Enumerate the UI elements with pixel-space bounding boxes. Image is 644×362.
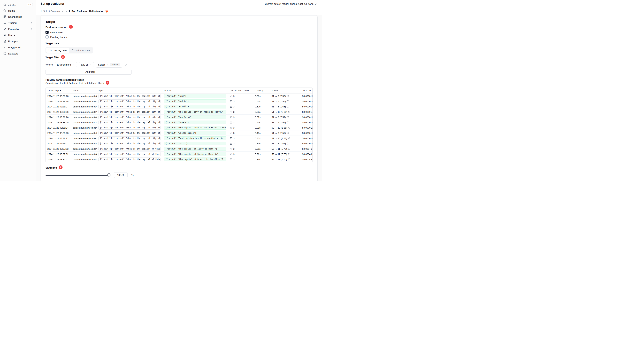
table-row[interactable]: 2024-11-22 03:38:28 dataset-run-item-cm3… — [46, 93, 313, 99]
sidebar-item-users[interactable]: Users — [2, 32, 34, 38]
observations-count: 3 — [233, 137, 234, 140]
observations-icon — [230, 111, 232, 113]
observations-icon — [230, 148, 232, 150]
table-row[interactable]: 2024-11-22 03:38:28 dataset-run-item-cm3… — [46, 99, 313, 104]
table-row[interactable]: 2024-11-22 03:38:25 dataset-run-item-cm3… — [46, 120, 313, 125]
output-preview: {"output":"South Africa has three capita… — [164, 136, 226, 140]
filter-operator-dropdown[interactable]: any of — [79, 62, 94, 67]
output-preview: {"output":"Madrid"} — [164, 99, 226, 103]
sidebar-item-dashboards[interactable]: Dashboards — [2, 14, 34, 20]
filter-column-dropdown[interactable]: Environment — [55, 62, 77, 67]
sidebar-item-evaluation[interactable]: Evaluation — [2, 26, 34, 32]
add-filter-button[interactable]: Add filter — [46, 69, 132, 75]
sampling-value-input[interactable] — [114, 172, 128, 178]
sidebar-item-playground[interactable]: Playground — [2, 44, 34, 50]
tokens-text: 59 → 11 (Σ 70) — [272, 153, 287, 155]
input-preview: {"input":[{"content":"What is the capita… — [98, 121, 161, 124]
cell-timestamp: 2024-11-22 03:38:28 — [46, 93, 71, 99]
table-row[interactable]: 2024-11-22 03:37:03 dataset-run-item-cm3… — [46, 146, 313, 152]
column-header-output[interactable]: Output — [162, 88, 228, 93]
target-data-tabs: Live tracing dataExperiment runs — [46, 47, 93, 53]
cell-observation-levels: 3 — [228, 93, 253, 99]
tokens-text: 52 → 35 (Σ 87) — [272, 137, 287, 140]
cell-input: {"input":[{"content":"What is the capita… — [97, 130, 162, 136]
column-header-name[interactable]: Name — [71, 88, 97, 93]
column-header-input[interactable]: Input — [97, 88, 162, 93]
info-icon — [288, 126, 290, 129]
table-row[interactable]: 2024-11-22 03:38:23 dataset-run-item-cm3… — [46, 130, 313, 136]
tokens-text: 51 → 5 (Σ 56) — [272, 105, 286, 108]
cell-latency: 0.83s — [253, 136, 270, 141]
cell-input: {"input":[{"content":"What is the capita… — [97, 136, 162, 141]
cell-observation-levels: 3 — [228, 115, 253, 120]
cell-name: dataset-run-item-cm3s4 — [71, 130, 97, 136]
slider-handle[interactable] — [107, 173, 111, 177]
observations-icon — [230, 137, 232, 140]
input-preview: {"input":[{"content":"What is the capita… — [98, 105, 161, 108]
tokens-text: 51 → 5 (Σ 56) — [272, 95, 286, 97]
tab-live-tracing-data[interactable]: Live tracing data — [46, 48, 69, 53]
info-icon — [287, 132, 289, 134]
column-header-total-cost[interactable]: Total Cost — [300, 88, 313, 93]
chevron-down-icon — [90, 63, 92, 66]
column-header-latency[interactable]: Latency — [253, 88, 270, 93]
step-badge-1: 1 — [69, 25, 73, 29]
checkbox[interactable] — [46, 35, 48, 38]
table-row[interactable]: 2024-11-22 03:38:26 dataset-run-item-cm3… — [46, 115, 313, 120]
evaluation-icon — [3, 27, 6, 30]
cell-input: {"input":[{"content":"What is the capita… — [97, 120, 162, 125]
tab-experiment-runs[interactable]: Experiment runs — [69, 48, 92, 53]
plus-icon — [82, 71, 84, 73]
column-header-timestamp[interactable]: Timestamp▼ — [46, 88, 71, 93]
observations-icon — [230, 121, 232, 124]
checkbox-new-traces[interactable]: New traces — [46, 31, 313, 34]
sidebar-item-tracing[interactable]: Tracing — [2, 20, 34, 26]
table-row[interactable]: 2024-11-22 03:38:26 dataset-run-item-cm3… — [46, 109, 313, 115]
cell-tokens: 51 → 6 (Σ 57) — [270, 130, 300, 136]
observations-count: 3 — [233, 121, 234, 124]
input-preview: {"input":[{"content":"What is the capita… — [98, 142, 161, 145]
table-row[interactable]: 2024-11-22 03:37:01 dataset-run-item-cm3… — [46, 157, 313, 162]
checkbox-existing-traces[interactable]: Existing traces — [46, 35, 313, 38]
cell-name: dataset-run-item-cm3s4 — [71, 157, 97, 162]
observations-count: 3 — [233, 142, 234, 145]
default-model-note: Current default model: openai / gpt-4.1-… — [265, 2, 318, 5]
step-badge-4: 4 — [59, 165, 62, 169]
remove-filter-button[interactable] — [124, 63, 128, 66]
observations-count: 3 — [233, 148, 234, 150]
checkbox[interactable] — [46, 31, 48, 34]
goto-shortcut: ⌘ K — [27, 3, 33, 6]
step-badge-3: 3 — [106, 81, 110, 85]
observations-icon — [230, 126, 232, 129]
sidebar-item-home[interactable]: Home — [2, 7, 34, 14]
column-header-observation-levels[interactable]: Observation Levels — [228, 88, 253, 93]
table-row[interactable]: 2024-11-22 03:38:27 dataset-run-item-cm3… — [46, 104, 313, 109]
column-header-tokens[interactable]: Tokens — [270, 88, 300, 93]
chevron-down-icon — [72, 63, 74, 66]
sampling-slider[interactable] — [46, 175, 110, 176]
sidebar-item-prompts[interactable]: Prompts — [2, 38, 34, 44]
output-preview: {"output":"Canada"} — [164, 121, 226, 124]
cell-input: {"input":[{"content":"What is the capita… — [97, 104, 162, 109]
table-row[interactable]: 2024-11-22 03:38:24 dataset-run-item-cm3… — [46, 125, 313, 130]
cell-output: {"output":"Madrid"} — [162, 99, 228, 104]
info-icon — [288, 111, 290, 113]
table-row[interactable]: 2024-11-22 03:38:22 dataset-run-item-cm3… — [46, 136, 313, 141]
observations-count: 3 — [233, 100, 234, 103]
page-title: Set up evaluator — [40, 2, 64, 5]
cell-latency: 0.83s — [253, 157, 270, 162]
cell-observation-levels: 3 — [228, 146, 253, 152]
table-row[interactable]: 2024-11-22 03:37:02 dataset-run-item-cm3… — [46, 152, 313, 157]
filter-value-dropdown[interactable]: Select default — [96, 62, 122, 68]
goto-search[interactable]: Go to... ⌘ K — [2, 2, 34, 7]
table-row[interactable]: 2024-11-22 03:38:21 dataset-run-item-cm3… — [46, 141, 313, 146]
goto-label: Go to... — [8, 3, 16, 6]
cell-observation-levels: 3 — [228, 120, 253, 125]
edit-model-icon[interactable] — [315, 2, 318, 5]
cell-timestamp: 2024-11-22 03:38:21 — [46, 141, 71, 146]
breadcrumb-step-1[interactable]: 1. Select Evaluator — [40, 10, 64, 12]
cell-input: {"input":[{"content":"What is the capita… — [97, 146, 162, 152]
sidebar-item-datasets[interactable]: Datasets — [2, 50, 34, 56]
cell-output: {"output":"Canada"} — [162, 120, 228, 125]
cell-total-cost: $0.000029 — [300, 136, 313, 141]
